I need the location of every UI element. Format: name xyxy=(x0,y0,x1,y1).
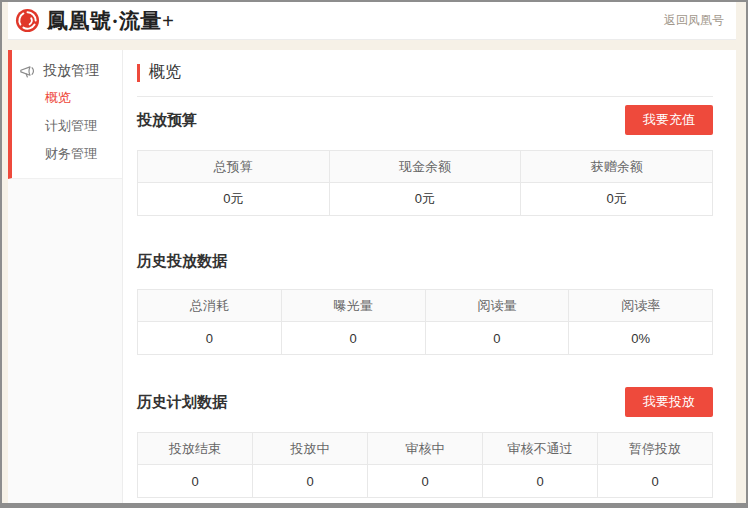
page-frame: 鳳凰號·流量+ 返回凤凰号 投放管理 概览 xyxy=(2,2,746,503)
main-content: 概览 投放预算 我要充值 总预算现金余额获赠余额 0元0元0元 历史投放数据 总 xyxy=(123,50,736,503)
table-value-cell: 0 xyxy=(138,322,282,355)
table-value-cell: 0 xyxy=(598,465,713,498)
section-plan-history-title: 历史计划数据 xyxy=(137,393,227,412)
title-accent-bar xyxy=(137,64,140,82)
sidebar-group-label: 投放管理 xyxy=(43,62,99,80)
table-header-cell: 阅读率 xyxy=(569,290,713,322)
sidebar-menu: 投放管理 概览 计划管理 财务管理 xyxy=(8,50,122,179)
table-value-cell: 0% xyxy=(569,322,713,355)
sidebar-item-plan-management[interactable]: 计划管理 xyxy=(12,112,122,140)
table-value-row: 0元0元0元 xyxy=(138,183,713,216)
sidebar-item-overview[interactable]: 概览 xyxy=(12,84,122,112)
sidebar-items: 概览 计划管理 财务管理 xyxy=(12,84,122,168)
table-value-row: 00000 xyxy=(138,465,713,498)
phoenix-logo-icon xyxy=(15,8,40,33)
table-header-cell: 投放结束 xyxy=(138,433,253,465)
table-value-cell: 0 xyxy=(368,465,483,498)
recharge-button[interactable]: 我要充值 xyxy=(625,105,713,135)
table-header-cell: 审核不通过 xyxy=(483,433,598,465)
section-delivery-history-title: 历史投放数据 xyxy=(137,252,227,271)
page-title-row: 概览 xyxy=(137,62,713,83)
section-budget: 投放预算 我要充值 总预算现金余额获赠余额 0元0元0元 xyxy=(137,105,713,216)
table-value-cell: 0元 xyxy=(138,183,330,216)
megaphone-icon xyxy=(19,64,36,79)
table-header-cell: 审核中 xyxy=(368,433,483,465)
table-value-cell: 0 xyxy=(425,322,569,355)
app-header: 鳳凰號·流量+ 返回凤凰号 xyxy=(8,2,736,40)
sidebar: 投放管理 概览 计划管理 财务管理 xyxy=(8,50,123,503)
delivery-history-table: 总消耗曝光量阅读量阅读率 0000% xyxy=(137,289,713,355)
table-header-cell: 现金余额 xyxy=(329,151,521,183)
budget-table: 总预算现金余额获赠余额 0元0元0元 xyxy=(137,150,713,216)
table-value-cell: 0 xyxy=(253,465,368,498)
plan-history-table: 投放结束投放中审核中审核不通过暂停投放 00000 xyxy=(137,432,713,498)
sidebar-item-finance-management[interactable]: 财务管理 xyxy=(12,140,122,168)
table-header-row: 总消耗曝光量阅读量阅读率 xyxy=(138,290,713,322)
back-link[interactable]: 返回凤凰号 xyxy=(664,12,724,29)
deliver-button[interactable]: 我要投放 xyxy=(625,387,713,417)
table-header-cell: 阅读量 xyxy=(425,290,569,322)
table-value-cell: 0 xyxy=(281,322,425,355)
section-budget-head: 投放预算 我要充值 xyxy=(137,105,713,135)
section-plan-history: 历史计划数据 我要投放 投放结束投放中审核中审核不通过暂停投放 00000 xyxy=(137,387,713,498)
section-delivery-history: 历史投放数据 总消耗曝光量阅读量阅读率 0000% xyxy=(137,248,713,355)
table-header-cell: 曝光量 xyxy=(281,290,425,322)
logo: 鳳凰號·流量+ xyxy=(15,7,174,35)
sidebar-group-delivery[interactable]: 投放管理 xyxy=(12,62,122,80)
section-budget-title: 投放预算 xyxy=(137,111,197,130)
logo-text: 鳳凰號·流量+ xyxy=(47,7,174,35)
table-header-cell: 暂停投放 xyxy=(598,433,713,465)
title-divider xyxy=(137,96,713,97)
table-header-cell: 总消耗 xyxy=(138,290,282,322)
section-plan-history-head: 历史计划数据 我要投放 xyxy=(137,387,713,417)
table-header-row: 投放结束投放中审核中审核不通过暂停投放 xyxy=(138,433,713,465)
table-value-row: 0000% xyxy=(138,322,713,355)
table-header-row: 总预算现金余额获赠余额 xyxy=(138,151,713,183)
table-header-cell: 总预算 xyxy=(138,151,330,183)
body-row: 投放管理 概览 计划管理 财务管理 概览 投放预算 我要充值 xyxy=(8,50,736,503)
table-value-cell: 0 xyxy=(483,465,598,498)
section-delivery-history-head: 历史投放数据 xyxy=(137,248,713,274)
table-value-cell: 0 xyxy=(138,465,253,498)
table-value-cell: 0元 xyxy=(521,183,713,216)
page-title: 概览 xyxy=(149,62,181,83)
table-header-cell: 投放中 xyxy=(253,433,368,465)
table-header-cell: 获赠余额 xyxy=(521,151,713,183)
table-value-cell: 0元 xyxy=(329,183,521,216)
